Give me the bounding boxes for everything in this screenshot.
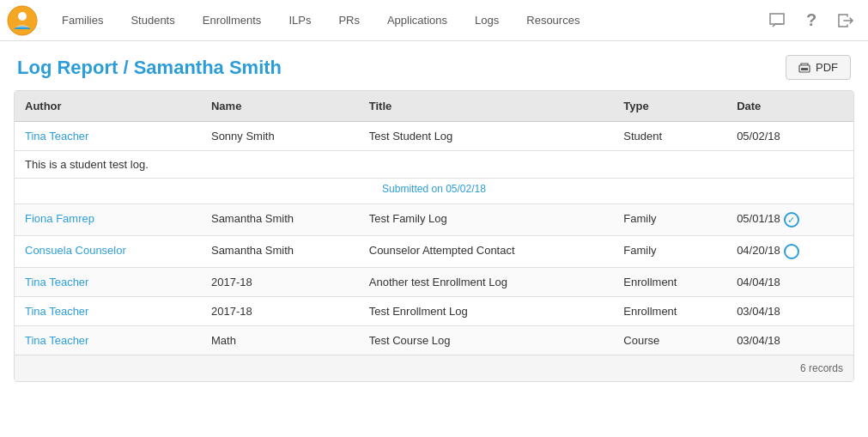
check-badge-icon: ✓ [784, 212, 799, 228]
submitted-row: Submitted on 05/02/18 [15, 179, 853, 204]
author-link[interactable]: Consuela Counselor [25, 244, 126, 257]
nav-ilps[interactable]: ILPs [275, 0, 325, 41]
submitted-label: Submitted on 05/02/18 [382, 183, 486, 195]
author-link[interactable]: Tina Teacher [25, 334, 88, 347]
author-link[interactable]: Tina Teacher [25, 130, 88, 143]
cell-author: Fiona Famrep [15, 204, 201, 236]
cell-name: Sonny Smith [201, 122, 359, 151]
table-row: Tina TeacherSonny SmithTest Student LogS… [15, 122, 853, 151]
cell-author: Tina Teacher [15, 268, 201, 297]
table-row: Tina TeacherMathTest Course LogCourse03/… [15, 326, 853, 355]
note-text: This is a student test log. [25, 158, 149, 171]
chat-icon[interactable] [762, 5, 792, 36]
table-row: Consuela CounselorSamantha SmithCounselo… [15, 236, 853, 268]
col-title: Title [359, 91, 614, 122]
table-row: Tina Teacher2017-18Test Enrollment LogEn… [15, 297, 853, 326]
author-link[interactable]: Fiona Famrep [25, 212, 94, 225]
cell-date: 04/04/18 [726, 268, 853, 297]
nav-links: Families Students Enrollments ILPs PRs A… [48, 0, 762, 41]
author-link[interactable]: Tina Teacher [25, 276, 88, 288]
records-count: 6 records [15, 355, 853, 381]
col-author: Author [15, 91, 201, 122]
nav-prs[interactable]: PRs [325, 0, 373, 41]
log-table-container: Author Name Title Type Date Tina Teacher… [14, 90, 854, 382]
logout-icon[interactable] [830, 5, 861, 36]
col-date: Date [726, 91, 853, 122]
circle-badge-icon [784, 244, 799, 259]
log-table: Author Name Title Type Date Tina Teacher… [15, 91, 853, 355]
page-title-static: Log Report / [17, 57, 129, 78]
cell-date: 05/02/18 [726, 122, 853, 151]
cell-title: Another test Enrollment Log [359, 268, 614, 297]
nav-families[interactable]: Families [48, 0, 117, 41]
cell-title: Counselor Attempted Contact [359, 236, 614, 268]
cell-type: Course [613, 326, 726, 355]
nav-enrollments[interactable]: Enrollments [189, 0, 276, 41]
svg-point-1 [18, 12, 27, 21]
cell-type: Enrollment [613, 268, 726, 297]
cell-title: Test Course Log [359, 326, 614, 355]
page-header: Log Report / Samantha Smith PDF [0, 41, 868, 90]
nav-applications[interactable]: Applications [373, 0, 461, 41]
cell-date: 05/01/18✓ [726, 204, 853, 236]
nav-logs[interactable]: Logs [461, 0, 513, 41]
cell-name: Math [201, 326, 359, 355]
help-icon[interactable]: ? [796, 5, 827, 36]
nav-resources[interactable]: Resources [513, 0, 593, 41]
note-content: This is a student test log. [15, 151, 853, 179]
col-type: Type [613, 91, 726, 122]
cell-type: Family [613, 236, 726, 268]
student-name-heading: Samantha Smith [134, 57, 282, 78]
cell-title: Test Family Log [359, 204, 614, 236]
page-title: Log Report / Samantha Smith [17, 57, 282, 79]
submitted-text: Submitted on 05/02/18 [15, 179, 853, 204]
cell-title: Test Enrollment Log [359, 297, 614, 326]
cell-type: Student [613, 122, 726, 151]
main-nav: Families Students Enrollments ILPs PRs A… [0, 0, 868, 41]
cell-name: 2017-18 [201, 268, 359, 297]
cell-author: Tina Teacher [15, 326, 201, 355]
author-link[interactable]: Tina Teacher [25, 305, 88, 318]
cell-date: 03/04/18 [726, 326, 853, 355]
cell-date: 04/20/18 [726, 236, 853, 268]
cell-name: 2017-18 [201, 297, 359, 326]
pdf-button[interactable]: PDF [786, 55, 851, 80]
nav-action-icons: ? [762, 5, 861, 36]
table-header-row: Author Name Title Type Date [15, 91, 853, 122]
app-logo[interactable] [7, 5, 38, 36]
col-name: Name [201, 91, 359, 122]
cell-date: 03/04/18 [726, 297, 853, 326]
svg-rect-3 [801, 68, 808, 70]
table-row: Fiona FamrepSamantha SmithTest Family Lo… [15, 204, 853, 236]
cell-name: Samantha Smith [201, 204, 359, 236]
cell-type: Enrollment [613, 297, 726, 326]
pdf-label: PDF [816, 61, 838, 74]
cell-author: Tina Teacher [15, 122, 201, 151]
cell-name: Samantha Smith [201, 236, 359, 268]
cell-type: Family [613, 204, 726, 236]
cell-author: Tina Teacher [15, 297, 201, 326]
cell-author: Consuela Counselor [15, 236, 201, 268]
note-row: This is a student test log. [15, 151, 853, 179]
cell-title: Test Student Log [359, 122, 614, 151]
table-row: Tina Teacher2017-18Another test Enrollme… [15, 268, 853, 297]
print-icon [798, 62, 810, 74]
nav-students[interactable]: Students [117, 0, 188, 41]
